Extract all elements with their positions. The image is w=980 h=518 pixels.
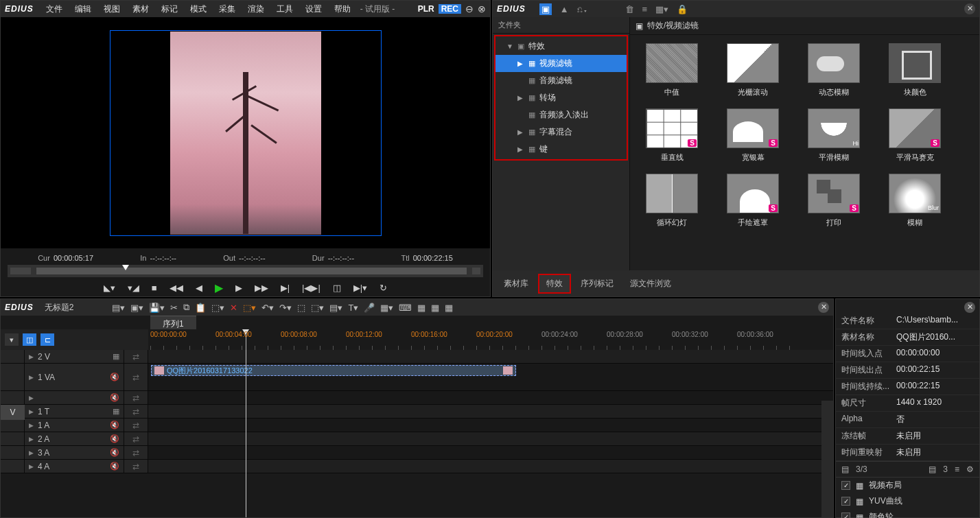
track-sync[interactable]: ⇄ [124, 350, 148, 363]
fx-item-9[interactable]: S手绘遮罩 [722, 174, 784, 228]
forward-icon[interactable]: ▶▶ [255, 283, 268, 293]
mode-overwrite[interactable]: ⊏ [40, 333, 54, 346]
timeline-ruler[interactable]: 00:00:00:0000:00:04:0000:00:08:0000:00:1… [150, 329, 821, 350]
tree-item-audio-filter[interactable]: ▦音频滤镜 [495, 72, 627, 89]
tab-bin[interactable]: 素材库 [497, 275, 535, 292]
set-in-icon[interactable]: ◣▾ [104, 283, 115, 293]
list-icon[interactable]: ≡ [642, 4, 648, 14]
video-icon[interactable]: ▦ [113, 407, 119, 416]
preview-frame[interactable] [110, 30, 382, 236]
track-sync[interactable]: ⇄ [124, 460, 148, 473]
track-sync[interactable]: ⇄ [124, 432, 148, 445]
tab-effects[interactable]: 特效 [538, 274, 571, 294]
cut-icon[interactable]: ✂ [170, 303, 178, 313]
expand-icon[interactable]: ▶ [29, 422, 34, 429]
grid-view-icon[interactable]: ▦▾ [655, 4, 668, 14]
menu-help[interactable]: 帮助 [329, 2, 356, 16]
track-header[interactable]: ▶2 A🔇 [25, 432, 124, 445]
menu-settings[interactable]: 设置 [300, 2, 327, 16]
checkbox-icon[interactable]: ✓ [841, 481, 850, 490]
tree-root-effects[interactable]: ▼▣特效 [495, 38, 627, 55]
effect-check-row[interactable]: ✓▦视频布局 [836, 478, 979, 493]
fx-item-11[interactable]: Blur模糊 [884, 174, 946, 228]
paste-icon[interactable]: 📋 [195, 303, 206, 313]
tree-item-transition[interactable]: ▶▦转场 [495, 89, 627, 106]
expand-icon[interactable]: ▶ [29, 353, 34, 360]
timeline-close-icon[interactable]: ✕ [818, 302, 829, 313]
minimize-icon[interactable]: ⊖ [465, 3, 474, 14]
prev-frame-icon[interactable]: ◀ [196, 283, 202, 293]
export-icon[interactable]: ↻ [380, 283, 387, 293]
loop-icon[interactable]: ▶| [281, 283, 290, 293]
next-frame-icon[interactable]: ▶ [235, 283, 242, 293]
open-icon-2[interactable]: ▣▾ [130, 303, 143, 313]
track-header[interactable]: ▶2 V▦ [25, 350, 124, 363]
expand-icon[interactable]: ▶ [29, 449, 34, 456]
track-label[interactable] [1, 432, 25, 445]
mic-icon[interactable]: 🎤 [364, 303, 375, 313]
mute-icon[interactable]: 🔇 [110, 434, 119, 443]
effect-check-row[interactable]: ✓▦颜色轮 [836, 509, 979, 518]
mute-icon[interactable]: 🔇 [110, 448, 119, 457]
menu-mode[interactable]: 模式 [185, 2, 212, 16]
group-icon[interactable]: ⬚ [297, 303, 305, 313]
fx-item-5[interactable]: S宽银幕 [722, 108, 784, 163]
track-lane[interactable] [148, 460, 833, 473]
layout-icon[interactable]: ▦ [417, 303, 425, 313]
track-label[interactable] [1, 446, 25, 459]
tab-seq-marker[interactable]: 序列标记 [574, 275, 620, 292]
display-icon[interactable]: ▦▾ [380, 303, 393, 313]
expand-icon[interactable]: ▶ [29, 374, 34, 381]
checkbox-icon[interactable]: ✓ [841, 513, 850, 518]
copy-icon[interactable]: ⧉ [183, 302, 189, 313]
track-lane[interactable] [148, 446, 833, 459]
track-header[interactable]: ▶1 T▦ [25, 405, 124, 418]
multicam-icon[interactable]: ▦ [445, 303, 453, 313]
expand-icon[interactable]: ▶ [29, 395, 34, 401]
timeline-clip[interactable]: QQ图片20160317133022 [151, 365, 516, 376]
paste-insert-icon[interactable]: ⬚▾ [211, 303, 224, 313]
track-sync[interactable]: ⇄ [124, 405, 148, 418]
track-lane[interactable] [148, 405, 833, 418]
fx-item-10[interactable]: S打印 [803, 174, 865, 228]
video-icon[interactable]: ▦ [113, 352, 119, 361]
track-label[interactable] [1, 364, 25, 390]
list-icon-2[interactable]: ≡ [955, 464, 959, 474]
stop-icon[interactable]: ■ [152, 283, 157, 293]
track-header[interactable]: ▶4 A🔇 [25, 460, 124, 473]
mode-v[interactable]: ▾ [5, 333, 19, 346]
menu-tools[interactable]: 工具 [271, 2, 299, 16]
title-icon[interactable]: T▾ [348, 303, 358, 313]
tree-item-audio-fade[interactable]: ▦音频淡入淡出 [495, 106, 627, 123]
track-label[interactable] [1, 350, 25, 363]
undo-icon[interactable]: ↶▾ [261, 303, 274, 313]
effect-check-row[interactable]: ✓▦YUV曲线 [836, 493, 979, 509]
scrub-handle[interactable] [122, 265, 129, 270]
redo-icon[interactable]: ↷▾ [279, 303, 292, 313]
link-icon[interactable]: ⬚▾ [311, 303, 324, 313]
fx-item-4[interactable]: S垂直线 [641, 108, 703, 163]
goto-in-icon[interactable]: ▶|▾ [353, 283, 367, 293]
fx-item-6[interactable]: Hi平滑模糊 [803, 108, 865, 163]
checkbox-icon[interactable]: ✓ [841, 497, 850, 506]
lock-icon[interactable]: 🔒 [677, 4, 688, 14]
menu-file[interactable]: 文件 [40, 2, 68, 16]
new-seq-icon[interactable]: ▤▾ [112, 303, 125, 313]
proxy-icon[interactable]: ▦ [431, 303, 439, 313]
ripple-icon[interactable]: ⬚▾ [243, 303, 256, 313]
panel-close-icon[interactable]: ✕ [964, 3, 975, 14]
track-header[interactable]: ▶1 VA🔇 [25, 364, 124, 390]
scrub-bar[interactable] [8, 265, 483, 277]
expand-icon[interactable]: ▶ [29, 463, 34, 470]
fx-item-2[interactable]: 动态模糊 [803, 43, 865, 97]
fx-item-7[interactable]: S平滑马赛克 [884, 108, 946, 163]
track-label[interactable] [1, 460, 25, 473]
fx-item-0[interactable]: 中值 [641, 43, 703, 97]
tree-item-key[interactable]: ▶▦键 [495, 141, 627, 158]
menu-view[interactable]: 视图 [98, 2, 126, 16]
close-icon[interactable]: ⊗ [478, 3, 486, 14]
track-lane[interactable] [148, 350, 833, 363]
vertical-scrollbar[interactable] [821, 401, 833, 517]
keyboard-icon[interactable]: ⌨ [399, 303, 412, 313]
menu-edit[interactable]: 编辑 [69, 2, 97, 16]
